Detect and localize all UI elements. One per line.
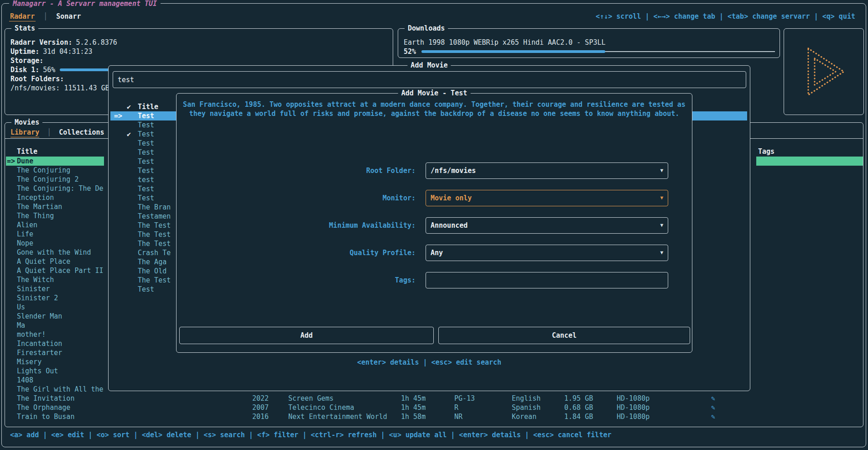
- chevron-down-icon: ▼: [660, 163, 663, 178]
- servarr-tabs: Radarr │ Sonarr: [9, 11, 82, 21]
- movie-row[interactable]: The Girl with All the: [6, 385, 104, 394]
- tags-field: Tags:: [177, 272, 692, 288]
- movie-title: Alien: [17, 221, 37, 229]
- selection-arrow: =>: [6, 157, 17, 166]
- movie-title: Slender Man: [17, 312, 62, 320]
- quality-profile-label: Quality Profile:: [177, 245, 416, 261]
- movie-row[interactable]: =>Dune: [6, 157, 104, 166]
- movie-title: The Conjuring 2: [17, 175, 78, 183]
- movie-title: Inception: [17, 194, 54, 202]
- tags-input[interactable]: [426, 272, 668, 288]
- movie-row[interactable]: Ma: [6, 321, 104, 330]
- movie-row[interactable]: Us: [6, 303, 104, 312]
- movie-size: 0.68 GB: [564, 403, 593, 412]
- column-header-title: Title: [17, 147, 37, 156]
- movie-runtime: 1h 58m: [401, 412, 426, 421]
- monitor-dropdown[interactable]: Movie only ▼: [426, 190, 668, 206]
- table-row[interactable]: 2007 Telecinco Cinema 1h 45m R Spanish 0…: [5, 403, 862, 412]
- movie-row[interactable]: Alien: [6, 220, 104, 230]
- movie-runtime: 1h 45m: [401, 403, 426, 412]
- cancel-button[interactable]: Cancel: [438, 327, 690, 344]
- tab-library[interactable]: Library: [10, 128, 39, 137]
- movie-row[interactable]: The Conjuring: [6, 166, 104, 175]
- table-row[interactable]: 2016 Next Entertainment World 1h 58m NR …: [5, 412, 862, 421]
- movie-row[interactable]: Life: [6, 230, 104, 239]
- movie-row[interactable]: Misery: [6, 357, 104, 366]
- monitored-icon: ✎: [711, 412, 715, 421]
- selection-arrow: =>: [114, 111, 127, 120]
- monitored-column-header: ✔: [127, 102, 138, 111]
- quality-profile-field: Quality Profile: Any ▼: [177, 245, 692, 261]
- movie-title: Sinister: [17, 285, 50, 293]
- movie-row[interactable]: Inception: [6, 193, 104, 202]
- movie-row[interactable]: Gone with the Wind: [6, 248, 104, 257]
- movie-title: Life: [17, 230, 33, 238]
- movie-runtime: 1h 45m: [401, 394, 426, 403]
- movie-row[interactable]: Sinister 2: [6, 293, 104, 303]
- result-title: The Test: [138, 230, 171, 239]
- storage-label: Storage:: [10, 56, 43, 65]
- radarr-version-label: Radarr Version:: [10, 38, 72, 47]
- movies-list: =>Dune The Conjuring The Conjuring 2 The…: [6, 157, 104, 421]
- download-percent: 52%: [404, 47, 416, 56]
- add-movie-search-input[interactable]: [113, 72, 746, 88]
- minimum-availability-dropdown[interactable]: Announced ▼: [426, 217, 668, 234]
- movie-language: Korean: [512, 412, 536, 421]
- minimum-availability-value: Announced: [431, 218, 468, 233]
- movie-row[interactable]: A Quiet Place: [6, 257, 104, 266]
- movie-title: Incantation: [17, 340, 62, 348]
- movie-row[interactable]: Sinister: [6, 284, 104, 293]
- uptime: Uptime: 31d 04:31:23: [10, 47, 387, 56]
- movie-row[interactable]: mother!: [6, 330, 104, 339]
- table-row[interactable]: 2022 Screen Gems 1h 45m PG-13 English 1.…: [5, 394, 862, 403]
- tab-sonarr[interactable]: Sonarr: [55, 12, 82, 21]
- movie-title: The Thing: [17, 212, 54, 220]
- movie-title: Misery: [17, 358, 42, 366]
- monitor-label: Monitor:: [177, 190, 416, 206]
- tab-separator: │: [43, 12, 47, 21]
- disk-progress-fill: [60, 68, 111, 71]
- monitored-icon: ✎: [711, 403, 715, 412]
- movie-year: 2007: [252, 403, 269, 412]
- result-title: Test: [138, 121, 154, 129]
- movie-title: Ma: [17, 321, 25, 330]
- movie-row[interactable]: A Quiet Place Part II: [6, 266, 104, 275]
- movie-row[interactable]: The Conjuring: The De: [6, 184, 104, 193]
- movie-row[interactable]: Nope: [6, 239, 104, 248]
- movie-row[interactable]: Incantation: [6, 339, 104, 348]
- movie-row[interactable]: Firestarter: [6, 348, 104, 357]
- tab-separator: │: [47, 128, 51, 136]
- movie-language: English: [512, 394, 541, 403]
- movie-row[interactable]: The Conjuring 2: [6, 175, 104, 184]
- column-header-tags: Tags: [758, 147, 774, 156]
- logo-panel: [784, 28, 864, 115]
- quality-profile-dropdown[interactable]: Any ▼: [426, 245, 668, 261]
- root-folder-label: Root Folder:: [177, 162, 416, 179]
- movie-rating: PG-13: [454, 394, 475, 403]
- tab-collections[interactable]: Collections: [59, 128, 104, 137]
- downloads-panel-title: Downloads: [405, 24, 448, 33]
- movie-row[interactable]: The Witch: [6, 275, 104, 284]
- download-item[interactable]: Earth 1998 1080p WEBRip x265 Hindi AAC2.…: [404, 38, 775, 47]
- movie-row[interactable]: Slender Man: [6, 312, 104, 321]
- tab-radarr[interactable]: Radarr: [9, 12, 36, 21]
- result-title: Test: [138, 148, 154, 157]
- movie-year: 2016: [252, 412, 269, 421]
- add-movie-modal: Add Movie - Test San Francisco, 1985. Tw…: [176, 93, 692, 353]
- movie-row[interactable]: Lights Out: [6, 366, 104, 376]
- add-button[interactable]: Add: [179, 327, 434, 344]
- downloads-panel: Downloads Earth 1998 1080p WEBRip x265 H…: [398, 28, 780, 58]
- search-results-header: ✔Title: [110, 102, 158, 111]
- result-title: Test: [138, 167, 154, 175]
- movie-title: mother!: [17, 330, 46, 339]
- check-icon: ✔: [127, 130, 138, 139]
- movie-row[interactable]: 1408: [6, 376, 104, 385]
- movie-row[interactable]: The Martian: [6, 202, 104, 211]
- add-movie-keybindings: <enter> details | <esc> edit search: [109, 358, 750, 367]
- root-folder-dropdown[interactable]: /nfs/movies ▼: [426, 162, 668, 179]
- disk-label: Disk 1:: [10, 65, 39, 74]
- movie-title: A Quiet Place: [17, 257, 70, 266]
- movie-row[interactable]: The Thing: [6, 211, 104, 220]
- movie-rating: NR: [454, 412, 463, 421]
- movie-size: 1.95 GB: [564, 394, 593, 403]
